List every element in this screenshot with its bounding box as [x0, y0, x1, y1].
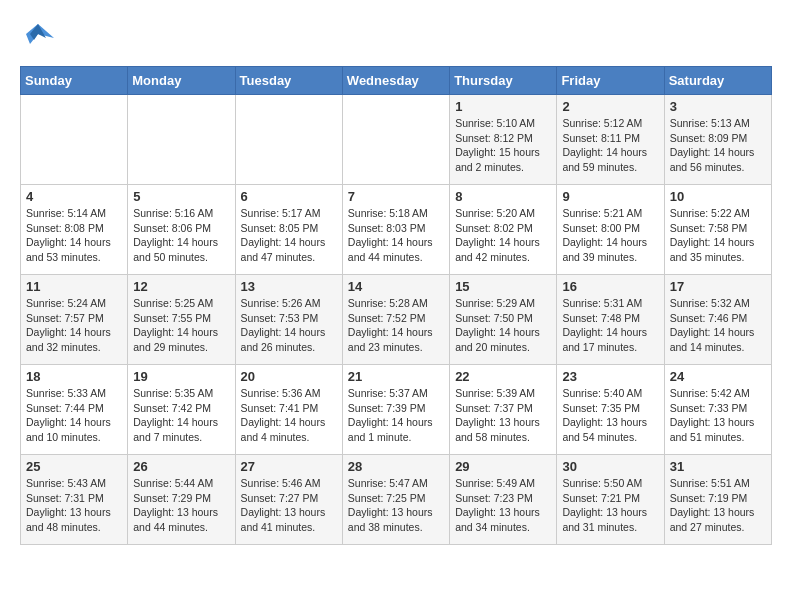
day-number: 14 [348, 279, 444, 294]
day-info: Sunrise: 5:42 AMSunset: 7:33 PMDaylight:… [670, 386, 766, 445]
day-info: Sunrise: 5:50 AMSunset: 7:21 PMDaylight:… [562, 476, 658, 535]
day-number: 17 [670, 279, 766, 294]
day-info: Sunrise: 5:13 AMSunset: 8:09 PMDaylight:… [670, 116, 766, 175]
calendar-cell: 26Sunrise: 5:44 AMSunset: 7:29 PMDayligh… [128, 455, 235, 545]
calendar-body: 1Sunrise: 5:10 AMSunset: 8:12 PMDaylight… [21, 95, 772, 545]
calendar-cell: 21Sunrise: 5:37 AMSunset: 7:39 PMDayligh… [342, 365, 449, 455]
day-info: Sunrise: 5:21 AMSunset: 8:00 PMDaylight:… [562, 206, 658, 265]
day-number: 21 [348, 369, 444, 384]
day-number: 24 [670, 369, 766, 384]
calendar-cell: 3Sunrise: 5:13 AMSunset: 8:09 PMDaylight… [664, 95, 771, 185]
day-info: Sunrise: 5:16 AMSunset: 8:06 PMDaylight:… [133, 206, 229, 265]
day-info: Sunrise: 5:12 AMSunset: 8:11 PMDaylight:… [562, 116, 658, 175]
day-info: Sunrise: 5:32 AMSunset: 7:46 PMDaylight:… [670, 296, 766, 355]
day-number: 12 [133, 279, 229, 294]
day-number: 7 [348, 189, 444, 204]
day-number: 27 [241, 459, 337, 474]
day-number: 5 [133, 189, 229, 204]
calendar-cell: 27Sunrise: 5:46 AMSunset: 7:27 PMDayligh… [235, 455, 342, 545]
calendar-cell: 14Sunrise: 5:28 AMSunset: 7:52 PMDayligh… [342, 275, 449, 365]
calendar-cell: 5Sunrise: 5:16 AMSunset: 8:06 PMDaylight… [128, 185, 235, 275]
day-number: 8 [455, 189, 551, 204]
day-number: 11 [26, 279, 122, 294]
day-number: 2 [562, 99, 658, 114]
day-info: Sunrise: 5:49 AMSunset: 7:23 PMDaylight:… [455, 476, 551, 535]
calendar-cell: 9Sunrise: 5:21 AMSunset: 8:00 PMDaylight… [557, 185, 664, 275]
day-info: Sunrise: 5:44 AMSunset: 7:29 PMDaylight:… [133, 476, 229, 535]
calendar-cell: 29Sunrise: 5:49 AMSunset: 7:23 PMDayligh… [450, 455, 557, 545]
day-info: Sunrise: 5:36 AMSunset: 7:41 PMDaylight:… [241, 386, 337, 445]
calendar-week-4: 18Sunrise: 5:33 AMSunset: 7:44 PMDayligh… [21, 365, 772, 455]
day-info: Sunrise: 5:22 AMSunset: 7:58 PMDaylight:… [670, 206, 766, 265]
day-info: Sunrise: 5:28 AMSunset: 7:52 PMDaylight:… [348, 296, 444, 355]
calendar-week-1: 1Sunrise: 5:10 AMSunset: 8:12 PMDaylight… [21, 95, 772, 185]
calendar-table: SundayMondayTuesdayWednesdayThursdayFrid… [20, 66, 772, 545]
logo [20, 20, 62, 56]
day-number: 4 [26, 189, 122, 204]
page-header [20, 20, 772, 56]
weekday-header-saturday: Saturday [664, 67, 771, 95]
day-number: 30 [562, 459, 658, 474]
day-number: 9 [562, 189, 658, 204]
calendar-week-2: 4Sunrise: 5:14 AMSunset: 8:08 PMDaylight… [21, 185, 772, 275]
day-number: 29 [455, 459, 551, 474]
weekday-header-monday: Monday [128, 67, 235, 95]
day-info: Sunrise: 5:10 AMSunset: 8:12 PMDaylight:… [455, 116, 551, 175]
weekday-header-wednesday: Wednesday [342, 67, 449, 95]
calendar-cell: 25Sunrise: 5:43 AMSunset: 7:31 PMDayligh… [21, 455, 128, 545]
weekday-header-thursday: Thursday [450, 67, 557, 95]
calendar-cell: 19Sunrise: 5:35 AMSunset: 7:42 PMDayligh… [128, 365, 235, 455]
day-info: Sunrise: 5:20 AMSunset: 8:02 PMDaylight:… [455, 206, 551, 265]
day-number: 18 [26, 369, 122, 384]
calendar-cell: 22Sunrise: 5:39 AMSunset: 7:37 PMDayligh… [450, 365, 557, 455]
calendar-week-3: 11Sunrise: 5:24 AMSunset: 7:57 PMDayligh… [21, 275, 772, 365]
day-number: 31 [670, 459, 766, 474]
day-number: 26 [133, 459, 229, 474]
calendar-cell: 28Sunrise: 5:47 AMSunset: 7:25 PMDayligh… [342, 455, 449, 545]
logo-icon [20, 20, 56, 56]
day-number: 28 [348, 459, 444, 474]
day-number: 16 [562, 279, 658, 294]
day-info: Sunrise: 5:46 AMSunset: 7:27 PMDaylight:… [241, 476, 337, 535]
day-info: Sunrise: 5:17 AMSunset: 8:05 PMDaylight:… [241, 206, 337, 265]
calendar-cell: 15Sunrise: 5:29 AMSunset: 7:50 PMDayligh… [450, 275, 557, 365]
calendar-cell [235, 95, 342, 185]
calendar-cell: 23Sunrise: 5:40 AMSunset: 7:35 PMDayligh… [557, 365, 664, 455]
calendar-cell: 10Sunrise: 5:22 AMSunset: 7:58 PMDayligh… [664, 185, 771, 275]
calendar-cell [21, 95, 128, 185]
calendar-week-5: 25Sunrise: 5:43 AMSunset: 7:31 PMDayligh… [21, 455, 772, 545]
weekday-header-tuesday: Tuesday [235, 67, 342, 95]
calendar-cell: 6Sunrise: 5:17 AMSunset: 8:05 PMDaylight… [235, 185, 342, 275]
calendar-cell: 7Sunrise: 5:18 AMSunset: 8:03 PMDaylight… [342, 185, 449, 275]
calendar-header: SundayMondayTuesdayWednesdayThursdayFrid… [21, 67, 772, 95]
calendar-cell: 31Sunrise: 5:51 AMSunset: 7:19 PMDayligh… [664, 455, 771, 545]
calendar-cell: 12Sunrise: 5:25 AMSunset: 7:55 PMDayligh… [128, 275, 235, 365]
calendar-cell [128, 95, 235, 185]
weekday-row: SundayMondayTuesdayWednesdayThursdayFrid… [21, 67, 772, 95]
day-info: Sunrise: 5:31 AMSunset: 7:48 PMDaylight:… [562, 296, 658, 355]
day-number: 22 [455, 369, 551, 384]
calendar-cell: 13Sunrise: 5:26 AMSunset: 7:53 PMDayligh… [235, 275, 342, 365]
day-number: 20 [241, 369, 337, 384]
day-info: Sunrise: 5:18 AMSunset: 8:03 PMDaylight:… [348, 206, 444, 265]
day-info: Sunrise: 5:29 AMSunset: 7:50 PMDaylight:… [455, 296, 551, 355]
day-info: Sunrise: 5:24 AMSunset: 7:57 PMDaylight:… [26, 296, 122, 355]
day-info: Sunrise: 5:33 AMSunset: 7:44 PMDaylight:… [26, 386, 122, 445]
day-number: 25 [26, 459, 122, 474]
calendar-cell [342, 95, 449, 185]
calendar-cell: 2Sunrise: 5:12 AMSunset: 8:11 PMDaylight… [557, 95, 664, 185]
calendar-cell: 1Sunrise: 5:10 AMSunset: 8:12 PMDaylight… [450, 95, 557, 185]
calendar-cell: 11Sunrise: 5:24 AMSunset: 7:57 PMDayligh… [21, 275, 128, 365]
weekday-header-sunday: Sunday [21, 67, 128, 95]
weekday-header-friday: Friday [557, 67, 664, 95]
day-info: Sunrise: 5:40 AMSunset: 7:35 PMDaylight:… [562, 386, 658, 445]
day-number: 3 [670, 99, 766, 114]
day-number: 6 [241, 189, 337, 204]
day-number: 10 [670, 189, 766, 204]
day-info: Sunrise: 5:51 AMSunset: 7:19 PMDaylight:… [670, 476, 766, 535]
calendar-cell: 24Sunrise: 5:42 AMSunset: 7:33 PMDayligh… [664, 365, 771, 455]
day-number: 1 [455, 99, 551, 114]
calendar-cell: 18Sunrise: 5:33 AMSunset: 7:44 PMDayligh… [21, 365, 128, 455]
calendar-cell: 30Sunrise: 5:50 AMSunset: 7:21 PMDayligh… [557, 455, 664, 545]
day-info: Sunrise: 5:37 AMSunset: 7:39 PMDaylight:… [348, 386, 444, 445]
